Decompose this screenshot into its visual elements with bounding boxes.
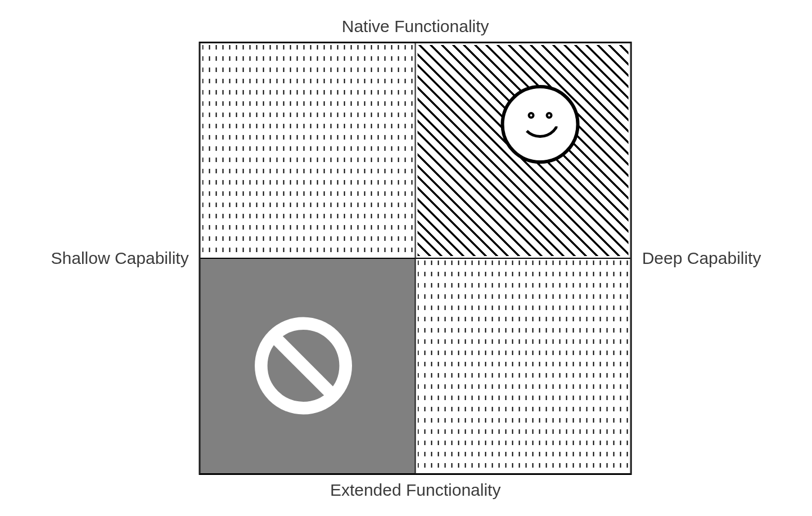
- smiley-icon: [501, 85, 580, 164]
- quadrant-bottom-left: [200, 258, 416, 474]
- svg-line-1: [276, 338, 331, 393]
- dashed-pattern-icon: [202, 45, 413, 256]
- quadrant-bottom-right: [416, 258, 631, 474]
- quadrant-top-right: [416, 43, 631, 258]
- two-by-two-matrix-diagram: Native Functionality Shallow Capability: [51, 17, 761, 500]
- dashed-pattern-icon: [418, 261, 629, 472]
- axis-label-right: Deep Capability: [642, 249, 761, 268]
- axis-label-left: Shallow Capability: [51, 249, 189, 268]
- axis-label-top: Native Functionality: [342, 17, 489, 36]
- matrix-grid: [199, 42, 632, 475]
- axis-label-bottom: Extended Functionality: [330, 481, 501, 500]
- prohibited-icon: [251, 313, 357, 419]
- quadrant-top-left: [200, 43, 416, 258]
